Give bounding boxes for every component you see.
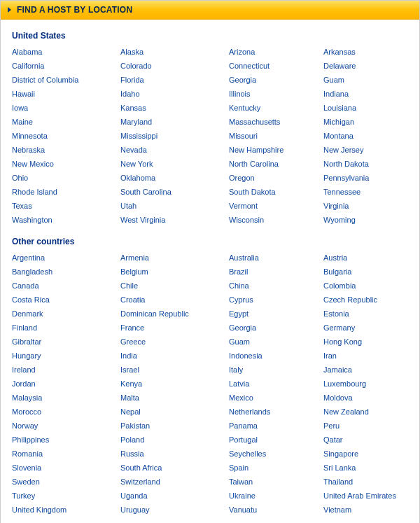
- location-link[interactable]: United Arab Emirates: [323, 489, 408, 503]
- location-link[interactable]: Kenya: [120, 377, 229, 391]
- location-link[interactable]: California: [12, 59, 120, 73]
- location-link[interactable]: Morocco: [12, 405, 120, 419]
- location-link[interactable]: Minnesota: [12, 129, 120, 143]
- location-link[interactable]: Colombia: [323, 279, 408, 293]
- location-link[interactable]: France: [120, 321, 229, 335]
- location-link[interactable]: Sweden: [12, 475, 120, 489]
- location-link[interactable]: Vermont: [229, 199, 323, 213]
- location-link[interactable]: Oklahoma: [120, 171, 229, 185]
- location-link[interactable]: Texas: [12, 199, 120, 213]
- location-link[interactable]: Czech Republic: [323, 293, 408, 307]
- location-link[interactable]: Bulgaria: [323, 265, 408, 279]
- location-link[interactable]: Michigan: [323, 115, 408, 129]
- location-link[interactable]: Sri Lanka: [323, 461, 408, 475]
- location-link[interactable]: Vanuatu: [229, 503, 323, 517]
- location-link[interactable]: Colorado: [120, 59, 229, 73]
- location-link[interactable]: Dominican Republic: [120, 307, 229, 321]
- location-link[interactable]: Israel: [120, 363, 229, 377]
- location-link[interactable]: Connecticut: [229, 59, 323, 73]
- location-link[interactable]: Ireland: [12, 363, 120, 377]
- location-link[interactable]: Malaysia: [12, 391, 120, 405]
- location-link[interactable]: New Jersey: [323, 143, 408, 157]
- location-link[interactable]: Germany: [323, 321, 408, 335]
- location-link[interactable]: Maryland: [120, 115, 229, 129]
- location-link[interactable]: Switzerland: [120, 475, 229, 489]
- location-link[interactable]: North Carolina: [229, 157, 323, 171]
- location-link[interactable]: New Mexico: [12, 157, 120, 171]
- location-link[interactable]: South Carolina: [120, 185, 229, 199]
- location-link[interactable]: Delaware: [323, 59, 408, 73]
- location-link[interactable]: Wyoming: [323, 213, 408, 227]
- location-link[interactable]: United Kingdom: [12, 503, 120, 517]
- location-link[interactable]: Florida: [120, 73, 229, 87]
- location-link[interactable]: North Dakota: [323, 157, 408, 171]
- location-link[interactable]: Argentina: [12, 251, 120, 265]
- location-link[interactable]: Jamaica: [323, 363, 408, 377]
- location-link[interactable]: Indiana: [323, 87, 408, 101]
- location-link[interactable]: Singapore: [323, 447, 408, 461]
- location-link[interactable]: Hawaii: [12, 87, 120, 101]
- location-link[interactable]: Iowa: [12, 101, 120, 115]
- location-link[interactable]: South Dakota: [229, 185, 323, 199]
- location-link[interactable]: Uruguay: [120, 503, 229, 517]
- location-link[interactable]: Vietnam: [323, 503, 408, 517]
- location-link[interactable]: Illinois: [229, 87, 323, 101]
- location-link[interactable]: Panama: [229, 419, 323, 433]
- location-link[interactable]: Oregon: [229, 171, 323, 185]
- location-link[interactable]: Iran: [323, 349, 408, 363]
- location-link[interactable]: District of Columbia: [12, 73, 120, 87]
- location-link[interactable]: Bangladesh: [12, 265, 120, 279]
- location-link[interactable]: Egypt: [229, 307, 323, 321]
- location-link[interactable]: India: [120, 349, 229, 363]
- location-link[interactable]: Croatia: [120, 293, 229, 307]
- location-link[interactable]: Slovenia: [12, 461, 120, 475]
- location-link[interactable]: Nevada: [120, 143, 229, 157]
- location-link[interactable]: Ohio: [12, 171, 120, 185]
- location-link[interactable]: Georgia: [229, 73, 323, 87]
- location-link[interactable]: Taiwan: [229, 475, 323, 489]
- location-link[interactable]: Georgia: [229, 321, 323, 335]
- location-link[interactable]: Pennsylvania: [323, 171, 408, 185]
- location-link[interactable]: Guam: [229, 335, 323, 349]
- location-link[interactable]: Massachusetts: [229, 115, 323, 129]
- location-link[interactable]: Romania: [12, 447, 120, 461]
- location-link[interactable]: Wisconsin: [229, 213, 323, 227]
- location-link[interactable]: China: [229, 279, 323, 293]
- location-link[interactable]: Gibraltar: [12, 335, 120, 349]
- location-link[interactable]: Austria: [323, 251, 408, 265]
- location-link[interactable]: Jordan: [12, 377, 120, 391]
- location-link[interactable]: Cyprus: [229, 293, 323, 307]
- location-link[interactable]: Turkey: [12, 489, 120, 503]
- location-link[interactable]: Mississippi: [120, 129, 229, 143]
- location-link[interactable]: Nebraska: [12, 143, 120, 157]
- location-link[interactable]: Rhode Island: [12, 185, 120, 199]
- location-link[interactable]: Norway: [12, 419, 120, 433]
- location-link[interactable]: Nepal: [120, 405, 229, 419]
- location-link[interactable]: Thailand: [323, 475, 408, 489]
- location-link[interactable]: West Virginia: [120, 213, 229, 227]
- location-link[interactable]: Washington: [12, 213, 120, 227]
- location-link[interactable]: Italy: [229, 363, 323, 377]
- location-link[interactable]: Russia: [120, 447, 229, 461]
- location-link[interactable]: Alaska: [120, 45, 229, 59]
- location-link[interactable]: Australia: [229, 251, 323, 265]
- location-link[interactable]: New York: [120, 157, 229, 171]
- location-link[interactable]: Qatar: [323, 433, 408, 447]
- location-link[interactable]: New Hampshire: [229, 143, 323, 157]
- location-link[interactable]: Hungary: [12, 349, 120, 363]
- location-link[interactable]: Philippines: [12, 433, 120, 447]
- location-link[interactable]: Finland: [12, 321, 120, 335]
- location-link[interactable]: Arkansas: [323, 45, 408, 59]
- location-link[interactable]: Belgium: [120, 265, 229, 279]
- location-link[interactable]: Canada: [12, 279, 120, 293]
- location-link[interactable]: Montana: [323, 129, 408, 143]
- panel-header[interactable]: FIND A HOST BY LOCATION: [1, 1, 419, 20]
- location-link[interactable]: Kentucky: [229, 101, 323, 115]
- location-link[interactable]: Idaho: [120, 87, 229, 101]
- location-link[interactable]: Armenia: [120, 251, 229, 265]
- location-link[interactable]: Portugal: [229, 433, 323, 447]
- location-link[interactable]: Mexico: [229, 391, 323, 405]
- location-link[interactable]: Pakistan: [120, 419, 229, 433]
- location-link[interactable]: Estonia: [323, 307, 408, 321]
- location-link[interactable]: Chile: [120, 279, 229, 293]
